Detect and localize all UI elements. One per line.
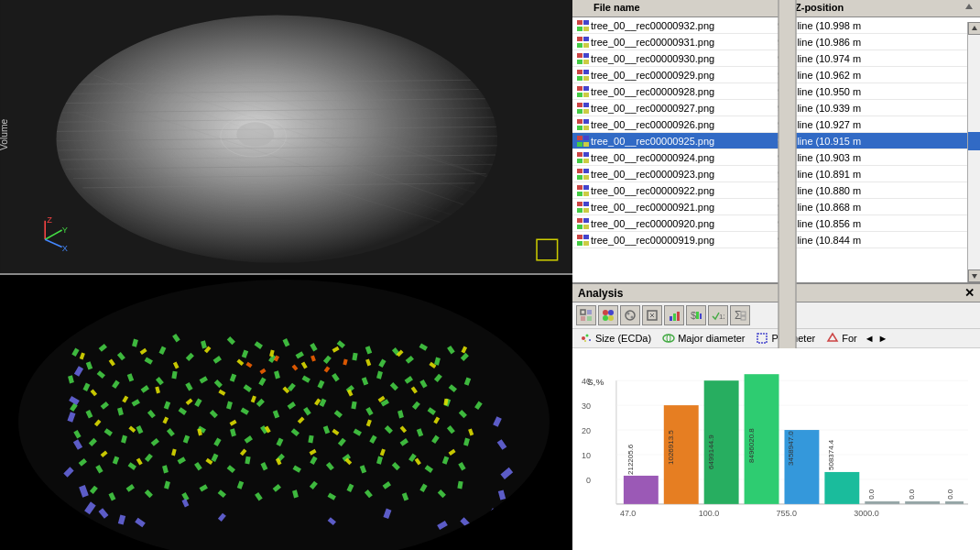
svg-text:Volume: Volume bbox=[0, 118, 9, 149]
file-list-header: File name Z-position bbox=[572, 0, 980, 17]
scroll-up-btn[interactable] bbox=[968, 22, 980, 35]
file-row[interactable]: tree_00__rec00000931.png931 line (10.986… bbox=[572, 34, 980, 50]
file-icon bbox=[576, 135, 591, 148]
svg-rect-289 bbox=[583, 103, 589, 107]
file-row[interactable]: tree_00__rec00000932.png932 line (10.998… bbox=[572, 17, 980, 34]
tab-form[interactable]: For bbox=[822, 331, 861, 346]
file-row[interactable]: tree_00__rec00000929.png929 line (10.962… bbox=[572, 67, 980, 83]
file-icon bbox=[576, 36, 591, 49]
svg-rect-302 bbox=[577, 159, 583, 163]
svg-rect-309 bbox=[583, 185, 589, 190]
toolbar-btn-sigma[interactable]: Σ bbox=[730, 305, 750, 325]
svg-rect-310 bbox=[577, 192, 583, 196]
svg-rect-292 bbox=[577, 119, 583, 124]
file-name: tree_00__rec00000926.png bbox=[591, 119, 778, 130]
dataset-tab[interactable]: Dataset bbox=[779, 0, 797, 377]
svg-point-336 bbox=[631, 316, 634, 319]
svg-rect-280 bbox=[577, 70, 583, 74]
scroll-thumb[interactable] bbox=[968, 132, 980, 150]
tab-major-diameter-label: Major diameter bbox=[678, 333, 745, 344]
file-row[interactable]: tree_00__rec00000921.png921 line (10.868… bbox=[572, 199, 980, 215]
close-button[interactable]: ✕ bbox=[964, 286, 975, 300]
svg-point-350 bbox=[582, 336, 585, 340]
svg-rect-315 bbox=[583, 208, 589, 213]
svg-text:10: 10 bbox=[582, 451, 591, 460]
svg-rect-276 bbox=[577, 53, 583, 58]
file-row[interactable]: tree_00__rec00000930.png930 line (10.974… bbox=[572, 50, 980, 67]
svg-rect-356 bbox=[757, 334, 767, 343]
file-name: tree_00__rec00000921.png bbox=[591, 202, 778, 213]
svg-rect-320 bbox=[577, 235, 583, 239]
file-row[interactable]: tree_00__rec00000925.png925 line (10.915… bbox=[572, 133, 980, 149]
svg-text:8496020.8: 8496020.8 bbox=[747, 428, 756, 463]
bar-9 bbox=[945, 501, 964, 504]
file-name: tree_00__rec00000924.png bbox=[591, 152, 778, 163]
svg-rect-296 bbox=[577, 136, 583, 140]
svg-rect-342 bbox=[677, 312, 680, 321]
svg-text:0.0: 0.0 bbox=[867, 489, 876, 500]
svg-rect-322 bbox=[577, 241, 583, 246]
file-row[interactable]: tree_00__rec00000926.png926 line (10.927… bbox=[572, 116, 980, 133]
svg-text:0.0: 0.0 bbox=[908, 489, 916, 500]
file-list-scroll[interactable]: tree_00__rec00000932.png932 line (10.998… bbox=[572, 17, 980, 282]
file-icon bbox=[576, 19, 591, 32]
size-icon bbox=[580, 332, 593, 345]
toolbar-btn-4[interactable] bbox=[642, 305, 662, 325]
file-row[interactable]: tree_00__rec00000922.png922 line (10.880… bbox=[572, 182, 980, 199]
svg-rect-340 bbox=[670, 316, 672, 321]
toolbar-btn-dollar[interactable]: $ bbox=[686, 305, 706, 325]
svg-rect-306 bbox=[577, 175, 583, 180]
file-row[interactable]: tree_00__rec00000927.png927 line (10.939… bbox=[572, 100, 980, 116]
svg-point-331 bbox=[608, 310, 614, 315]
svg-point-351 bbox=[586, 335, 589, 337]
file-zpos: 920 line (10.856 m bbox=[778, 218, 976, 229]
file-row[interactable]: tree_00__rec00000919.png919 line (10.844… bbox=[572, 232, 980, 248]
file-icon bbox=[576, 168, 591, 181]
svg-rect-323 bbox=[583, 241, 589, 246]
svg-text:508374.4: 508374.4 bbox=[827, 439, 835, 470]
svg-rect-286 bbox=[577, 93, 583, 97]
svg-rect-283 bbox=[583, 76, 589, 81]
svg-rect-316 bbox=[577, 218, 583, 223]
toolbar-btn-1[interactable] bbox=[576, 305, 596, 325]
toolbar-btn-check123[interactable]: 123 bbox=[708, 305, 728, 325]
file-row[interactable]: tree_00__rec00000920.png920 line (10.856… bbox=[572, 215, 980, 232]
perimeter-icon bbox=[756, 332, 768, 345]
file-name: tree_00__rec00000919.png bbox=[591, 235, 778, 246]
tab-next-arrow[interactable]: ► bbox=[878, 333, 888, 344]
scroll-down-btn[interactable] bbox=[968, 270, 980, 282]
toolbar-btn-3[interactable] bbox=[620, 305, 640, 325]
file-row[interactable]: tree_00__rec00000923.png923 line (10.891… bbox=[572, 166, 980, 182]
toolbar-btn-barchart[interactable] bbox=[664, 305, 684, 325]
svg-rect-272 bbox=[577, 37, 583, 41]
form-icon bbox=[826, 332, 839, 345]
svg-text:20: 20 bbox=[582, 426, 591, 435]
diameter-icon bbox=[662, 332, 675, 345]
tab-prev-arrow[interactable]: ◄ bbox=[865, 333, 875, 344]
file-icon bbox=[576, 201, 591, 214]
file-row[interactable]: tree_00__rec00000928.png928 line (10.950… bbox=[572, 83, 980, 100]
analysis-panel: Analysis ✕ bbox=[572, 284, 980, 550]
file-name: tree_00__rec00000920.png bbox=[591, 218, 778, 229]
file-name: tree_00__rec00000928.png bbox=[591, 86, 778, 97]
svg-rect-341 bbox=[673, 314, 676, 321]
svg-rect-287 bbox=[583, 93, 589, 97]
file-name: tree_00__rec00000932.png bbox=[591, 20, 778, 31]
file-zpos: 932 line (10.998 m bbox=[778, 20, 976, 31]
svg-text:1026913.5: 1026913.5 bbox=[667, 430, 675, 465]
file-row[interactable]: tree_00__rec00000924.png924 line (10.903… bbox=[572, 149, 980, 166]
scrollbar[interactable] bbox=[967, 22, 980, 282]
toolbar-btn-2[interactable] bbox=[598, 305, 618, 325]
svg-rect-303 bbox=[583, 159, 589, 163]
svg-text:100.0: 100.0 bbox=[699, 509, 719, 518]
svg-rect-329 bbox=[587, 316, 592, 321]
svg-rect-282 bbox=[577, 76, 583, 81]
analysis-title: Analysis bbox=[578, 287, 623, 300]
file-name: tree_00__rec00000931.png bbox=[591, 37, 778, 48]
tab-major-diameter[interactable]: Major diameter bbox=[659, 331, 748, 346]
svg-text:$: $ bbox=[691, 310, 696, 321]
file-zpos: 924 line (10.903 m bbox=[778, 152, 976, 163]
tab-size-ecda[interactable]: Size (ECDa) bbox=[576, 331, 655, 346]
file-zpos: 930 line (10.974 m bbox=[778, 53, 976, 64]
left-panels: × 2.7 bbox=[0, 0, 572, 550]
